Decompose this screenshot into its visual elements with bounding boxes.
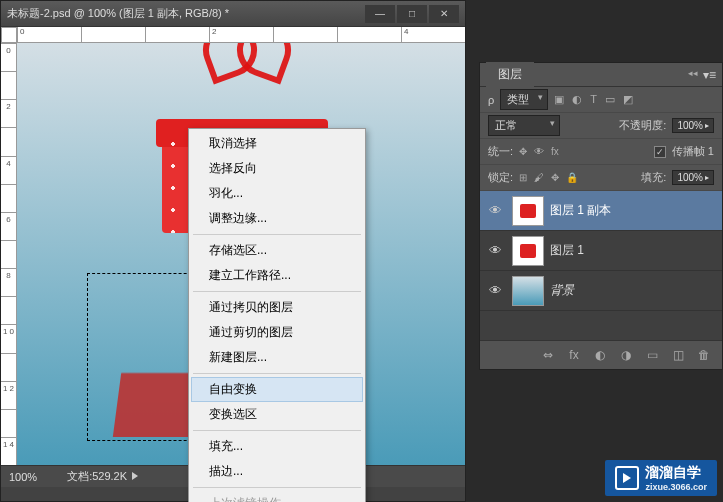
kind-select[interactable]: 类型 <box>500 89 548 110</box>
panel-footer: ⇔ fx ◐ ◑ ▭ ◫ 🗑 <box>480 341 722 369</box>
blend-mode-select[interactable]: 正常 <box>488 115 560 136</box>
panel-menu-icon[interactable]: ▾≡ <box>703 68 716 82</box>
unify-visibility-icon[interactable]: 👁 <box>534 146 544 157</box>
maximize-button[interactable]: □ <box>397 5 427 23</box>
context-menu: 取消选择选择反向羽化...调整边缘...存储选区...建立工作路径...通过拷贝… <box>188 128 366 502</box>
context-menu-item[interactable]: 羽化... <box>191 181 363 206</box>
layers-list: 👁图层 1 副本👁图层 1👁背景 <box>480 191 722 311</box>
document-title: 未标题-2.psd @ 100% (图层 1 副本, RGB/8) * <box>7 6 365 21</box>
close-button[interactable]: ✕ <box>429 5 459 23</box>
layer-thumbnail[interactable] <box>512 196 544 226</box>
filter-adjust-icon[interactable]: ◐ <box>572 93 582 106</box>
layers-panel: ◂◂ 图层 ▾≡ ρ 类型 ▣ ◐ T ▭ ◩ 正常 不透明度: 100% 统一… <box>479 62 723 370</box>
minimize-button[interactable]: — <box>365 5 395 23</box>
fx-icon[interactable]: fx <box>566 348 582 362</box>
watermark-brand: 溜溜自学 <box>645 464 707 482</box>
lock-all-icon[interactable]: 🔒 <box>566 172 578 183</box>
layer-name[interactable]: 背景 <box>550 282 574 299</box>
layer-item[interactable]: 👁背景 <box>480 271 722 311</box>
context-menu-item[interactable]: 新建图层... <box>191 345 363 370</box>
context-menu-item[interactable]: 描边... <box>191 459 363 484</box>
kind-icon: ρ <box>488 94 494 106</box>
context-menu-item[interactable]: 通过拷贝的图层 <box>191 295 363 320</box>
context-menu-item[interactable]: 存储选区... <box>191 238 363 263</box>
ruler-vertical[interactable]: 024681 01 21 4 <box>1 43 17 465</box>
filter-row: ρ 类型 ▣ ◐ T ▭ ◩ <box>480 87 722 113</box>
fill-input[interactable]: 100% <box>672 170 714 185</box>
blend-row: 正常 不透明度: 100% <box>480 113 722 139</box>
layer-item[interactable]: 👁图层 1 <box>480 231 722 271</box>
lock-transparent-icon[interactable]: ⊞ <box>519 172 527 183</box>
unify-row: 统一: ✥ 👁 fx ✓ 传播帧 1 <box>480 139 722 165</box>
propagate-checkbox[interactable]: ✓ <box>654 146 666 158</box>
zoom-level[interactable]: 100% <box>9 471 37 483</box>
doc-info[interactable]: 文档:529.2K <box>67 469 138 484</box>
opacity-input[interactable]: 100% <box>672 118 714 133</box>
unify-position-icon[interactable]: ✥ <box>519 146 527 157</box>
document-titlebar[interactable]: 未标题-2.psd @ 100% (图层 1 副本, RGB/8) * — □ … <box>1 1 465 27</box>
ruler-horizontal[interactable]: 024 <box>17 27 465 43</box>
lock-row: 锁定: ⊞ 🖌 ✥ 🔒 填充: 100% <box>480 165 722 191</box>
unify-style-icon[interactable]: fx <box>551 146 559 157</box>
filter-pixel-icon[interactable]: ▣ <box>554 93 564 106</box>
play-icon <box>615 466 639 490</box>
watermark-logo: 溜溜自学 zixue.3066.cor <box>605 460 717 496</box>
layer-item[interactable]: 👁图层 1 副本 <box>480 191 722 231</box>
visibility-icon[interactable]: 👁 <box>484 283 506 298</box>
context-menu-item[interactable]: 自由变换 <box>191 377 363 402</box>
opacity-label: 不透明度: <box>619 118 666 133</box>
adjustment-icon[interactable]: ◑ <box>618 348 634 362</box>
filter-shape-icon[interactable]: ▭ <box>605 93 615 106</box>
group-icon[interactable]: ▭ <box>644 348 660 362</box>
link-layers-icon[interactable]: ⇔ <box>540 348 556 362</box>
filter-smart-icon[interactable]: ◩ <box>623 93 633 106</box>
fill-label: 填充: <box>641 170 666 185</box>
mask-icon[interactable]: ◐ <box>592 348 608 362</box>
context-menu-item[interactable]: 建立工作路径... <box>191 263 363 288</box>
visibility-icon[interactable]: 👁 <box>484 243 506 258</box>
ruler-corner[interactable] <box>1 27 17 43</box>
layer-name[interactable]: 图层 1 <box>550 242 584 259</box>
context-menu-item[interactable]: 选择反向 <box>191 156 363 181</box>
layer-thumbnail[interactable] <box>512 236 544 266</box>
visibility-icon[interactable]: 👁 <box>484 203 506 218</box>
lock-position-icon[interactable]: ✥ <box>551 172 559 183</box>
unify-label: 统一: <box>488 144 513 159</box>
context-menu-item[interactable]: 变换选区 <box>191 402 363 427</box>
layers-tab[interactable]: 图层 <box>486 62 534 87</box>
collapse-icon[interactable]: ◂◂ <box>688 68 698 78</box>
lock-label: 锁定: <box>488 170 513 185</box>
context-menu-item[interactable]: 通过剪切的图层 <box>191 320 363 345</box>
propagate-label: 传播帧 1 <box>672 144 714 159</box>
layer-thumbnail[interactable] <box>512 276 544 306</box>
new-layer-icon[interactable]: ◫ <box>670 348 686 362</box>
lock-paint-icon[interactable]: 🖌 <box>534 172 544 183</box>
context-menu-item[interactable]: 调整边缘... <box>191 206 363 231</box>
context-menu-item[interactable]: 填充... <box>191 434 363 459</box>
context-menu-item[interactable]: 取消选择 <box>191 131 363 156</box>
filter-text-icon[interactable]: T <box>590 93 597 106</box>
delete-icon[interactable]: 🗑 <box>696 348 712 362</box>
watermark-url: zixue.3066.cor <box>645 482 707 492</box>
context-menu-item: 上次滤镜操作 <box>191 491 363 502</box>
panel-header[interactable]: ◂◂ 图层 ▾≡ <box>480 63 722 87</box>
layer-name[interactable]: 图层 1 副本 <box>550 202 611 219</box>
